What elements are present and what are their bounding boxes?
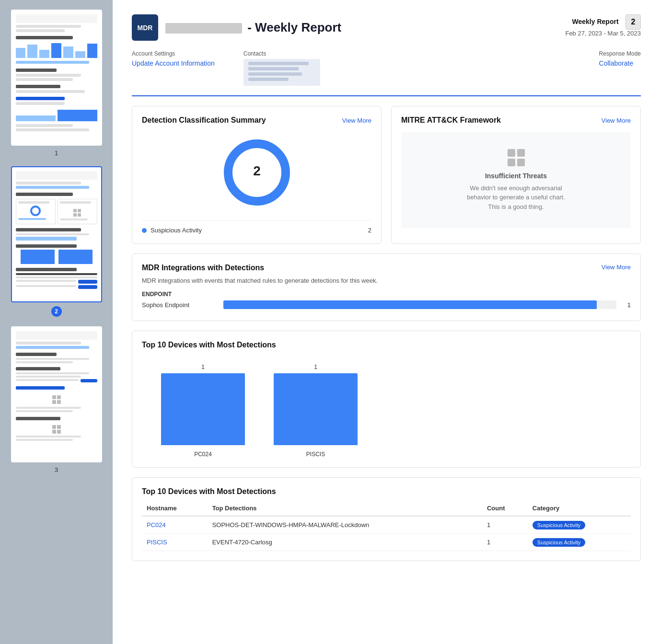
company-name-redacted — [165, 23, 242, 34]
legend-dot — [142, 228, 147, 233]
badge-suspicious-piscis: Suspicious Activity — [533, 538, 585, 547]
bar-label-piscis: PISCIS — [306, 451, 325, 458]
contacts-label: Contacts — [243, 50, 320, 57]
cell-hostname-pc024: PC024 — [142, 516, 208, 534]
report-container: MDR - Weekly Report Weekly Report 2 Feb … — [113, 0, 660, 644]
insufficient-title: Insufficient Threats — [485, 172, 547, 180]
cell-detection-pc024: SOPHOS-DET-WINDOWS-HMPA-MALWARE-Lockdown — [208, 516, 482, 534]
mitre-view-more[interactable]: View More — [602, 117, 631, 124]
integration-category: Endpoint — [142, 291, 631, 298]
cell-count-piscis: 1 — [482, 534, 528, 551]
response-mode-label: Response Mode — [599, 50, 641, 57]
sidebar: 1 — [0, 0, 113, 644]
top-devices-table-title: Top 10 Devices with Most Detections — [142, 487, 276, 496]
integration-bar — [223, 300, 597, 309]
donut-container: 2 — [142, 134, 371, 211]
bar-label-pc024: PC024 — [194, 451, 212, 458]
top-devices-chart-section: Top 10 Devices with Most Detections 1 PC… — [132, 331, 641, 468]
top-devices-table-header: Top 10 Devices with Most Detections — [142, 487, 631, 496]
mdr-integrations-header: MDR Integrations with Detections View Mo… — [142, 264, 631, 272]
mitre-insufficient-area: Insufficient Threats We didn't see enoug… — [401, 132, 631, 228]
cell-category-piscis: Suspicious Activity — [528, 534, 631, 551]
chart-area: 1 PC024 1 PISCIS — [142, 354, 631, 458]
top-devices-chart-title: Top 10 Devices with Most Detections — [142, 341, 276, 349]
link-pc024[interactable]: PC024 — [147, 521, 166, 529]
page-number-2: 2 — [51, 306, 62, 317]
integration-name: Sophos Endpoint — [142, 301, 219, 309]
link-piscis[interactable]: PISCIS — [147, 539, 167, 546]
mitre-title: MITRE ATT&CK Framework — [401, 116, 501, 125]
donut-center-value: 2 — [253, 163, 261, 178]
devices-table-body: PC024 SOPHOS-DET-WINDOWS-HMPA-MALWARE-Lo… — [142, 516, 631, 551]
mdr-integrations-subtitle: MDR integrations with events that matche… — [142, 277, 631, 284]
detection-summary-header: Detection Classification Summary View Mo… — [142, 116, 371, 125]
report-dates: Feb 27, 2023 - Mar 5, 2023 — [565, 30, 641, 37]
col-top-detections: Top Detections — [208, 501, 482, 516]
report-meta: Weekly Report 2 Feb 27, 2023 - Mar 5, 20… — [565, 14, 641, 37]
badge-suspicious-pc024: Suspicious Activity — [533, 521, 585, 529]
mitre-panel: MITRE ATT&CK Framework View More Insuffi… — [391, 106, 641, 244]
bar-group-pc024: 1 PC024 — [161, 364, 245, 458]
collaborate-link[interactable]: Collaborate — [599, 59, 634, 67]
report-label: Weekly Report — [572, 18, 619, 25]
integration-count: 1 — [621, 301, 631, 309]
detection-summary-view-more[interactable]: View More — [342, 117, 371, 124]
legend-label: Suspicious Activity — [151, 227, 202, 234]
update-account-link[interactable]: Update Account Information — [132, 59, 215, 67]
col-category: Category — [528, 501, 631, 516]
account-bar: Account Settings Update Account Informat… — [132, 50, 641, 96]
cell-category-pc024: Suspicious Activity — [528, 516, 631, 534]
page-thumbnail-1[interactable] — [11, 10, 102, 146]
top-devices-table-section: Top 10 Devices with Most Detections Host… — [132, 477, 641, 561]
thumbnail-wrapper-3: 3 — [7, 326, 105, 473]
main-content: MDR - Weekly Report Weekly Report 2 Feb … — [113, 0, 660, 644]
detection-summary-title: Detection Classification Summary — [142, 116, 266, 125]
bar-count-pc024: 1 — [201, 364, 205, 370]
page-number-1: 1 — [55, 150, 58, 157]
cell-count-pc024: 1 — [482, 516, 528, 534]
thumbnail-wrapper-1: 1 — [7, 10, 105, 157]
donut-chart: 2 — [219, 134, 295, 211]
insufficient-text: We didn't see enough adversarial behavio… — [463, 184, 569, 212]
cell-detection-piscis: EVENT-4720-Carlosg — [208, 534, 482, 551]
report-title-area: MDR - Weekly Report — [132, 14, 341, 41]
page-number-badge: 2 — [625, 14, 641, 30]
account-settings-section: Account Settings Update Account Informat… — [132, 50, 215, 86]
thumbnail-wrapper-2: 2 — [7, 166, 105, 317]
col-count: Count — [482, 501, 528, 516]
integration-bar-container — [223, 300, 616, 309]
devices-table: Hostname Top Detections Count Category P… — [142, 501, 631, 551]
legend-item-suspicious: Suspicious Activity — [142, 227, 202, 234]
report-title: - Weekly Report — [165, 20, 341, 35]
account-settings-label: Account Settings — [132, 50, 215, 57]
table-row-piscis: PISCIS EVENT-4720-Carlosg 1 Suspicious A… — [142, 534, 631, 551]
contacts-section: Contacts — [243, 50, 320, 86]
legend-row: Suspicious Activity 2 — [142, 220, 371, 234]
mdr-integrations-view-more[interactable]: View More — [602, 264, 631, 271]
page-thumbnail-2[interactable] — [11, 166, 102, 302]
bar-group-piscis: 1 PISCIS — [274, 364, 358, 458]
page-thumbnail-3[interactable] — [11, 326, 102, 462]
cell-hostname-piscis: PISCIS — [142, 534, 208, 551]
mdr-integrations-section: MDR Integrations with Detections View Mo… — [132, 253, 641, 321]
bar-pc024 — [161, 373, 245, 445]
mdr-integrations-title: MDR Integrations with Detections — [142, 264, 264, 272]
col-hostname: Hostname — [142, 501, 208, 516]
detection-summary-panel: Detection Classification Summary View Mo… — [132, 106, 382, 244]
panels-row: Detection Classification Summary View Mo… — [132, 106, 641, 244]
integration-row-sophos: Sophos Endpoint 1 — [142, 300, 631, 309]
bar-count-piscis: 1 — [314, 364, 317, 370]
report-header: MDR - Weekly Report Weekly Report 2 Feb … — [132, 14, 641, 41]
table-row-pc024: PC024 SOPHOS-DET-WINDOWS-HMPA-MALWARE-Lo… — [142, 516, 631, 534]
grid-icon — [508, 149, 525, 166]
contacts-block — [243, 59, 320, 86]
bar-piscis — [274, 373, 358, 445]
mitre-header: MITRE ATT&CK Framework View More — [401, 116, 631, 125]
top-devices-chart-header: Top 10 Devices with Most Detections — [142, 341, 631, 349]
devices-table-head: Hostname Top Detections Count Category — [142, 501, 631, 516]
legend-count: 2 — [368, 227, 371, 234]
mdr-badge: MDR — [132, 14, 158, 41]
page-number-3: 3 — [55, 466, 58, 473]
response-mode-section: Response Mode Collaborate — [599, 50, 641, 86]
devices-table-header-row: Hostname Top Detections Count Category — [142, 501, 631, 516]
